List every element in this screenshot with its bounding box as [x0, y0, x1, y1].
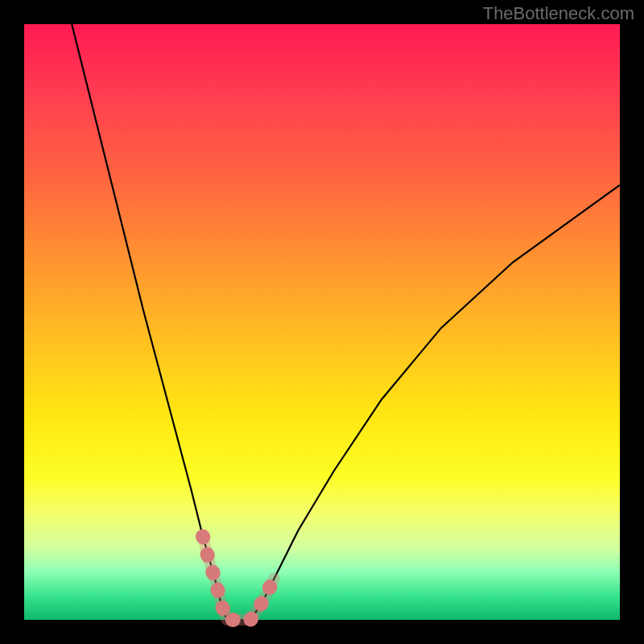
- bottleneck-chart: [24, 24, 620, 620]
- bottleneck-curve: [72, 24, 620, 620]
- optimal-zone-base: [203, 536, 275, 620]
- watermark-text: TheBottleneck.com: [483, 3, 634, 24]
